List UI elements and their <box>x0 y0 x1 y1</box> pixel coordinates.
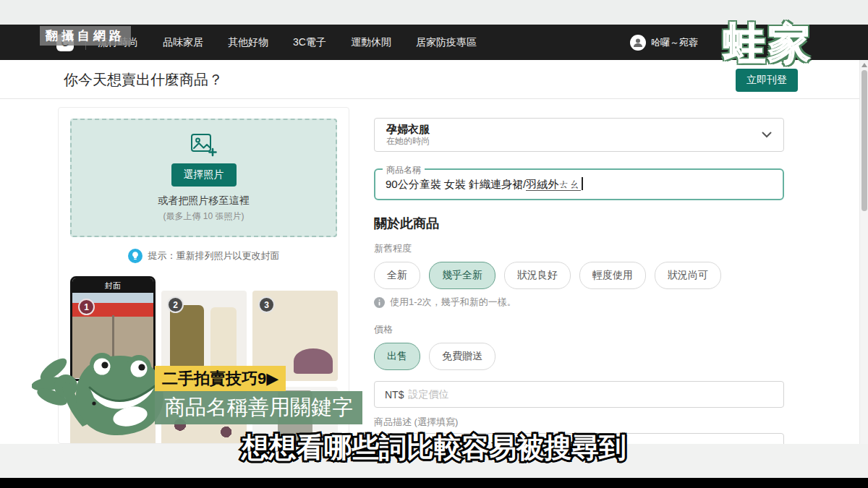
listing-form: 孕婦衣服 在她的時尚 商品名稱 90公分童裝 女裝 針織連身裙/羽絨外ㄊㄠ 關於… <box>374 118 784 444</box>
source-watermark: 翻攝自網路 <box>40 26 131 46</box>
condition-chip-fair[interactable]: 狀況尚可 <box>655 262 721 289</box>
video-frame: C 流行時尚 品味家居 其他好物 3C電子 運動休閒 居家防疫專區 哈囉～宛蓉 … <box>0 0 868 488</box>
nav-item-home[interactable]: 品味家居 <box>163 36 203 49</box>
video-subtitle: 想想看哪些詞比較容易被搜尋到 <box>0 429 868 466</box>
channel-logo: 蛙家 <box>723 16 813 72</box>
text-cursor <box>582 177 583 190</box>
chevron-down-icon <box>762 132 772 138</box>
scroll-up-arrow-icon[interactable] <box>861 63 867 67</box>
price-chip-free[interactable]: 免費贈送 <box>429 343 495 370</box>
cover-tip-text: 提示：重新排列照片以更改封面 <box>148 249 280 262</box>
nav-menu: 流行時尚 品味家居 其他好物 3C電子 運動休閒 居家防疫專區 <box>98 36 477 49</box>
price-label: 價格 <box>374 323 784 336</box>
nav-item-sports[interactable]: 運動休閒 <box>351 36 391 49</box>
description-label: 商品描述 (選擇填寫) <box>374 416 784 429</box>
video-tip-banner: 商品名稱善用關鍵字 <box>155 391 362 424</box>
category-name: 孕婦衣服 <box>386 123 762 137</box>
condition-options: 全新 幾乎全新 狀況良好 輕度使用 狀況尚可 <box>374 262 784 289</box>
currency-prefix: NT$ <box>385 389 404 401</box>
condition-hint: 使用1-2次，幾乎和新的一樣。 <box>374 296 784 309</box>
photo-order-badge: 1 <box>78 299 95 315</box>
condition-chip-lightly-used[interactable]: 輕度使用 <box>579 262 646 289</box>
category-subcategory: 在她的時尚 <box>386 136 762 147</box>
choose-photos-button[interactable]: 選擇照片 <box>171 163 237 187</box>
upload-limit-hint: (最多上傳 10 張照片) <box>163 210 244 223</box>
price-placeholder: 設定價位 <box>408 388 448 401</box>
user-menu[interactable]: 哈囉～宛蓉 <box>630 35 698 51</box>
title-input-label: 商品名稱 <box>383 164 425 176</box>
nav-item-electronics[interactable]: 3C電子 <box>293 36 326 49</box>
condition-chip-like-new[interactable]: 幾乎全新 <box>429 262 495 289</box>
drop-hint: 或者把照片移至這裡 <box>158 194 250 207</box>
condition-label: 新舊程度 <box>374 242 784 255</box>
condition-chip-brand-new[interactable]: 全新 <box>374 262 420 289</box>
info-icon <box>374 297 385 308</box>
nav-item-epidemic[interactable]: 居家防疫專區 <box>416 36 477 49</box>
price-options: 出售 免費贈送 <box>374 343 784 370</box>
cover-label: 封面 <box>72 278 153 293</box>
add-photo-icon <box>190 133 218 158</box>
category-select[interactable]: 孕婦衣服 在她的時尚 <box>374 118 784 152</box>
video-tip-number-badge: 二手拍賣技巧9▶ <box>155 366 286 392</box>
user-greeting: 哈囉～宛蓉 <box>651 36 698 49</box>
price-chip-sell[interactable]: 出售 <box>374 343 420 370</box>
scrollbar[interactable] <box>859 60 868 444</box>
lightbulb-icon <box>128 249 142 263</box>
avatar <box>630 35 646 51</box>
condition-hint-text: 使用1-2次，幾乎和新的一樣。 <box>390 296 516 309</box>
scrollbar-thumb[interactable] <box>861 70 867 211</box>
title-input-ime-composition: 羽絨外ㄊㄠ <box>526 178 580 191</box>
photo-dropzone[interactable]: 選擇照片 或者把照片移至這裡 (最多上傳 10 張照片) <box>70 119 337 237</box>
page-title: 你今天想賣出什麼商品？ <box>64 70 223 90</box>
cover-tip: 提示：重新排列照片以更改封面 <box>59 249 349 263</box>
title-input-value: 90公分童裝 女裝 針織連身裙/ <box>386 178 526 190</box>
photo-order-badge: 2 <box>167 296 184 313</box>
price-input[interactable]: NT$ 設定價位 <box>374 381 784 408</box>
condition-chip-good[interactable]: 狀況良好 <box>504 262 571 289</box>
letterbox-bottom <box>0 478 868 488</box>
photo-order-badge: 3 <box>258 296 275 313</box>
nav-item-others[interactable]: 其他好物 <box>228 36 268 49</box>
title-input[interactable]: 商品名稱 90公分童裝 女裝 針織連身裙/羽絨外ㄊㄠ <box>374 168 784 200</box>
about-section-heading: 關於此商品 <box>374 215 784 232</box>
